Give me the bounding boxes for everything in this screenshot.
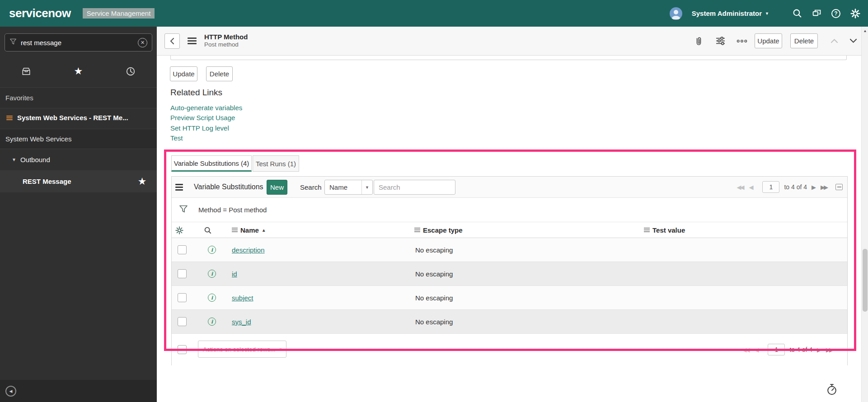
scrollbar-thumb[interactable] xyxy=(863,249,868,312)
clear-x-glyph: × xyxy=(141,39,144,46)
related-link-test[interactable]: Test xyxy=(170,133,242,143)
related-list-tabs: Variable Substitutions (4) Test Runs (1) xyxy=(171,155,299,172)
column-menu-icon xyxy=(232,227,238,233)
breadcrumb-condition[interactable]: Method = Post method xyxy=(198,206,267,214)
history-icon[interactable] xyxy=(122,66,140,76)
previous-page-icon[interactable]: ◀ xyxy=(754,346,759,353)
row-checkbox[interactable] xyxy=(178,245,187,254)
chevron-down-icon: ▼ xyxy=(12,157,16,162)
all-applications-icon[interactable] xyxy=(17,66,35,76)
sidebar-app-system-web-services[interactable]: System Web Services xyxy=(0,129,157,149)
related-link-preview-script[interactable]: Preview Script Usage xyxy=(170,113,242,123)
servicenow-logo: servicenow xyxy=(9,6,71,20)
navigator-search-input[interactable] xyxy=(21,39,134,47)
favorite-star-icon[interactable]: ★ xyxy=(138,176,146,187)
row-start-input[interactable] xyxy=(768,344,785,355)
select-caret-icon: ▼ xyxy=(361,180,372,194)
user-menu[interactable]: System Administrator ▼ xyxy=(692,9,769,17)
update-button[interactable]: Update xyxy=(755,33,782,48)
sidebar-item-favorite-rest-message[interactable]: System Web Services - REST Me... xyxy=(0,108,157,127)
previous-record-icon[interactable] xyxy=(830,37,839,46)
column-header-escape-type[interactable]: Escape type xyxy=(414,222,463,238)
chevron-down-icon: ▼ xyxy=(765,11,769,16)
table-row: i subject No escaping xyxy=(172,286,847,310)
search-field-select[interactable]: Name ▼ xyxy=(324,180,373,195)
last-page-icon[interactable]: ▶▶ xyxy=(821,184,828,191)
column-menu-icon xyxy=(644,227,650,233)
update-button-bottom[interactable]: Update xyxy=(170,66,197,81)
personalize-list-gear-icon[interactable] xyxy=(175,226,183,236)
related-link-auto-generate[interactable]: Auto-generate variables xyxy=(170,103,242,113)
tab-variable-substitutions[interactable]: Variable Substitutions (4) xyxy=(171,155,252,172)
user-name: System Administrator xyxy=(692,9,762,17)
table-row: i description No escaping xyxy=(172,238,847,262)
form-context-menu-icon[interactable] xyxy=(188,36,197,46)
breadcrumb-funnel-icon[interactable] xyxy=(179,205,188,215)
tab-test-runs[interactable]: Test Runs (1) xyxy=(253,155,299,172)
column-search-icon[interactable] xyxy=(204,226,212,236)
search-label: Search xyxy=(300,183,322,191)
list-pagination-bottom: ◀◀ ◀ to 4 of 4 ▶ ▶▶ xyxy=(742,334,834,365)
row-checkbox[interactable] xyxy=(178,317,187,326)
select-all-checkbox[interactable] xyxy=(178,345,187,354)
row-start-input[interactable] xyxy=(762,181,779,193)
reference-info-icon[interactable]: i xyxy=(208,294,216,302)
gear-icon[interactable] xyxy=(850,9,860,19)
list-pagination-top: ◀◀ ◀ to 4 of 4 ▶ ▶▶ xyxy=(737,177,843,197)
global-search-icon[interactable] xyxy=(792,9,802,19)
next-page-icon[interactable]: ▶ xyxy=(817,346,821,353)
form-subtitle: Post method xyxy=(204,41,248,49)
table-row: i id No escaping xyxy=(172,262,847,286)
avatar[interactable] xyxy=(670,7,682,20)
attachment-paperclip-icon[interactable] xyxy=(693,36,704,47)
first-page-icon[interactable]: ◀◀ xyxy=(737,184,744,191)
select-caret-icon: ▼ xyxy=(279,347,282,351)
actions-on-selected-rows-select[interactable]: Actions on selected rows... ▼ xyxy=(198,341,286,358)
column-header-name[interactable]: Name ▲ xyxy=(232,222,266,238)
favorites-tab-icon[interactable]: ★ xyxy=(69,65,87,77)
row-name-link[interactable]: subject xyxy=(232,294,253,302)
clear-search-icon[interactable]: × xyxy=(138,38,147,47)
previous-page-icon[interactable]: ◀ xyxy=(749,184,753,191)
main-frame: HTTP Method Post method Update Delete xyxy=(157,27,861,402)
reference-info-icon[interactable]: i xyxy=(208,270,216,278)
sidebar-group-outbound[interactable]: ▼ Outbound xyxy=(0,150,157,168)
delete-button[interactable]: Delete xyxy=(790,33,818,48)
row-name-link[interactable]: description xyxy=(232,246,265,254)
next-page-icon[interactable]: ▶ xyxy=(812,184,816,191)
list-search-input[interactable] xyxy=(374,180,455,195)
help-icon[interactable]: ? xyxy=(831,9,841,19)
help-question-glyph: ? xyxy=(834,10,837,17)
list-context-menu-icon[interactable] xyxy=(175,182,186,192)
connect-sidebar-icon[interactable] xyxy=(812,9,821,19)
reference-info-icon[interactable]: i xyxy=(208,246,216,254)
row-escape-type: No escaping xyxy=(415,246,453,254)
minimize-list-icon[interactable] xyxy=(835,184,843,190)
module-list-icon xyxy=(6,115,13,121)
response-time-icon[interactable] xyxy=(826,383,838,395)
back-button[interactable] xyxy=(164,33,180,49)
row-checkbox[interactable] xyxy=(178,293,187,302)
last-page-icon[interactable]: ▶▶ xyxy=(826,346,834,353)
row-name-link[interactable]: id xyxy=(232,270,237,278)
favorites-section-label: Favorites xyxy=(0,87,157,108)
row-checkbox[interactable] xyxy=(178,269,187,278)
more-options-icon[interactable] xyxy=(737,36,747,47)
column-menu-icon xyxy=(414,227,420,233)
cutoff-field-edge xyxy=(170,56,847,60)
row-escape-type: No escaping xyxy=(415,270,453,278)
row-name-link[interactable]: sys_id xyxy=(232,318,251,326)
column-header-test-value[interactable]: Test value xyxy=(644,222,685,238)
sidebar-item-rest-message[interactable]: REST Message ★ xyxy=(0,170,157,192)
next-record-icon[interactable] xyxy=(849,37,858,46)
personalize-form-sliders-icon[interactable] xyxy=(715,36,726,47)
related-link-set-http-log[interactable]: Set HTTP Log level xyxy=(170,123,242,133)
row-escape-type: No escaping xyxy=(415,294,453,302)
reference-info-icon[interactable]: i xyxy=(208,318,216,326)
new-button[interactable]: New xyxy=(267,180,287,195)
first-page-icon[interactable]: ◀◀ xyxy=(742,346,750,353)
scroll-up-icon[interactable]: ▲ xyxy=(862,27,868,35)
collapse-sidebar-icon[interactable]: ◀ xyxy=(5,386,16,397)
delete-button-bottom[interactable]: Delete xyxy=(206,66,233,81)
sort-ascending-icon: ▲ xyxy=(262,228,266,233)
